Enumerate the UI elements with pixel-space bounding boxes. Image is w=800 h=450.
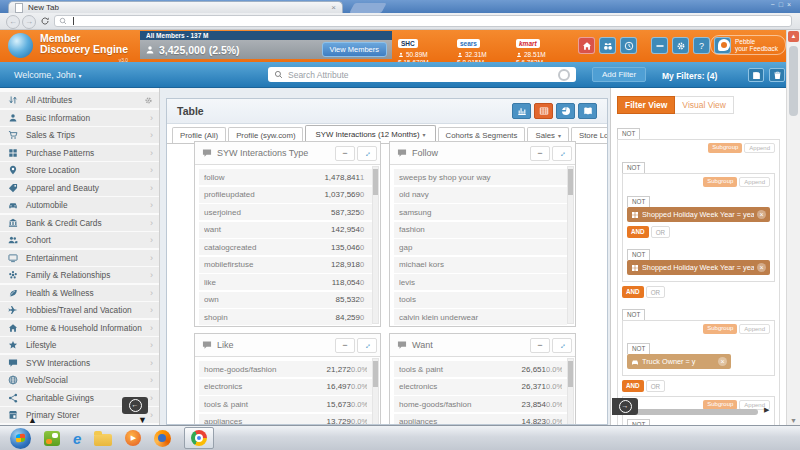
delete-filter-button[interactable] (769, 68, 785, 82)
table-row[interactable]: catalogcreated135,0460 (199, 239, 372, 255)
expand-panel-button[interactable]: ↔ (552, 338, 572, 353)
remove-filter-icon[interactable]: × (757, 210, 766, 219)
subgroup-button[interactable]: Subgroup (708, 143, 742, 153)
and-button[interactable]: AND (627, 226, 649, 238)
history-button[interactable] (620, 37, 637, 54)
table-view-button[interactable] (534, 103, 553, 119)
report-view-button[interactable] (578, 103, 597, 119)
table-row[interactable]: tools (394, 292, 567, 308)
settings-button[interactable] (672, 37, 689, 54)
expand-panel-button[interactable]: ↔ (552, 146, 572, 161)
collapse-panel-button[interactable]: − (530, 146, 550, 161)
my-filters-link[interactable]: My Filters: (4) (662, 71, 717, 81)
filter-panel-collapse-button[interactable]: → (612, 398, 638, 415)
panel-scrollbar[interactable] (567, 166, 574, 324)
table-row[interactable]: tools & paint26,6510.0% (394, 361, 567, 377)
or-button[interactable]: OR (646, 286, 665, 298)
scrollbar-thumb[interactable] (789, 46, 798, 116)
sidebar-item-hobbies-travel[interactable]: Hobbies/Travel and Vacation› (0, 302, 159, 318)
sidebar-item-purchase-patterns[interactable]: Purchase Patterns› (0, 145, 159, 161)
sidebar-item-syw-interactions[interactable]: SYW Interactions› (0, 355, 159, 371)
table-row[interactable]: old navy (394, 187, 567, 203)
collapse-panel-button[interactable]: − (335, 146, 355, 161)
table-row[interactable]: home-goods/fashion23,8540.0% (394, 396, 567, 412)
scroll-down-arrow[interactable]: ▼ (138, 415, 147, 425)
panel-scrollbar[interactable] (372, 166, 379, 324)
table-row[interactable]: michael kors (394, 257, 567, 273)
table-row[interactable]: fashion (394, 222, 567, 238)
binoculars-button[interactable] (599, 37, 616, 54)
scrollbar-thumb[interactable] (568, 361, 573, 387)
tab-visual-view[interactable]: Visual View (675, 96, 734, 114)
filter-chip-truck-owner[interactable]: Truck Owner = y × (627, 354, 731, 369)
sidebar-item-all-attributes[interactable]: All Attributes (0, 92, 159, 108)
browser-tab[interactable]: New Tab × (8, 1, 343, 13)
sidebar-item-basic-information[interactable]: Basic Information› (0, 110, 159, 126)
expand-panel-button[interactable]: ↔ (357, 146, 377, 161)
forward-button[interactable]: → (22, 15, 36, 29)
taskbar-media-player-icon[interactable]: ▶ (125, 430, 141, 446)
add-filter-button[interactable]: Add Filter (592, 67, 646, 82)
filter-chip-holiday-2015[interactable]: Shopped Holiday Week Year = year:2015 × (627, 260, 770, 275)
table-row[interactable]: own85,5320 (199, 292, 372, 308)
subgroup-button[interactable]: Subgroup (703, 177, 737, 187)
collapse-panel-button[interactable]: − (530, 338, 550, 353)
panel-scrollbar[interactable] (372, 358, 379, 425)
expand-panel-button[interactable]: ↔ (357, 338, 377, 353)
append-button[interactable]: Append (739, 177, 770, 187)
sidebar-item-cohort[interactable]: Cohort› (0, 232, 159, 248)
sidebar-item-automobile[interactable]: Automobile› (0, 197, 159, 213)
collapse-panel-button[interactable]: − (335, 338, 355, 353)
not-toggle[interactable]: NOT (622, 162, 645, 173)
scroll-down-button[interactable]: ▼ (790, 417, 797, 424)
or-button[interactable]: OR (651, 226, 670, 238)
sidebar-item-lifestyle[interactable]: Lifestyle› (0, 337, 159, 353)
search-attribute-input[interactable]: Search Attribute (268, 67, 576, 82)
not-toggle[interactable]: NOT (627, 196, 650, 207)
scrollbar-thumb[interactable] (373, 169, 378, 195)
save-filter-button[interactable] (748, 68, 764, 82)
help-button[interactable]: ? (693, 37, 710, 54)
table-row[interactable]: gap (394, 239, 567, 255)
start-button[interactable] (10, 428, 31, 449)
panel-scrollbar[interactable] (567, 358, 574, 425)
view-members-button[interactable]: View Members (322, 42, 387, 57)
remove-filter-icon[interactable]: × (757, 263, 766, 272)
table-row[interactable]: mobilefirstuse128,9180 (199, 257, 372, 273)
table-row[interactable]: like118,0540 (199, 274, 372, 290)
remove-filter-icon[interactable]: × (718, 357, 727, 366)
table-row[interactable]: profileupdated1,037,5690 (199, 187, 372, 203)
sidebar-item-apparel-beauty[interactable]: Apparel and Beauty› (0, 180, 159, 196)
table-row[interactable]: follow1,478,8411 (199, 169, 372, 185)
tab-store-location[interactable]: Store Location (571, 127, 608, 143)
pie-view-button[interactable] (556, 103, 575, 119)
filter-chip-holiday-2014[interactable]: Shopped Holiday Week Year = year:2014 × (627, 207, 770, 222)
user-menu[interactable]: Welcome, John ▾ (14, 70, 81, 80)
sidebar-item-family-relationships[interactable]: Family & Relationships› (0, 267, 159, 283)
scroll-right-icon[interactable]: ▶ (764, 406, 769, 414)
table-row[interactable]: electronics26,3710.0% (394, 379, 567, 395)
table-row[interactable]: calvin klein underwear (394, 309, 567, 325)
taskbar-firefox-icon[interactable] (154, 430, 171, 447)
sidebar-item-sales-trips[interactable]: Sales & Trips› (0, 127, 159, 143)
tab-close-icon[interactable]: × (331, 4, 336, 12)
sidebar-item-entertainment[interactable]: Entertainment› (0, 250, 159, 266)
reload-button[interactable] (40, 16, 50, 26)
back-button[interactable]: ← (6, 15, 20, 29)
not-toggle[interactable]: NOT (627, 343, 650, 354)
table-row[interactable]: sweeps by shop your way (394, 169, 567, 185)
table-row[interactable]: tools & paint15,6730.0% (199, 396, 372, 412)
and-button[interactable]: AND (622, 286, 644, 298)
sidebar-item-health-wellness[interactable]: Health & Wellness› (0, 285, 159, 301)
scroll-up-button[interactable]: ▲ (788, 31, 799, 42)
scrollbar-thumb[interactable] (373, 361, 378, 387)
sidebar-item-web-social[interactable]: Web/Social› (0, 372, 159, 388)
table-row[interactable]: appliances13,7290.0% (199, 414, 372, 426)
append-button[interactable]: Append (739, 324, 770, 334)
horizontal-scrollbar[interactable] (622, 409, 758, 415)
sidebar-item-home-household[interactable]: Home & Household Information› (0, 320, 159, 336)
taskbar-internet-explorer-icon[interactable]: e (73, 431, 81, 446)
taskbar-chrome-button[interactable] (184, 427, 214, 449)
and-button[interactable]: AND (622, 380, 644, 392)
or-button[interactable]: OR (646, 380, 665, 392)
